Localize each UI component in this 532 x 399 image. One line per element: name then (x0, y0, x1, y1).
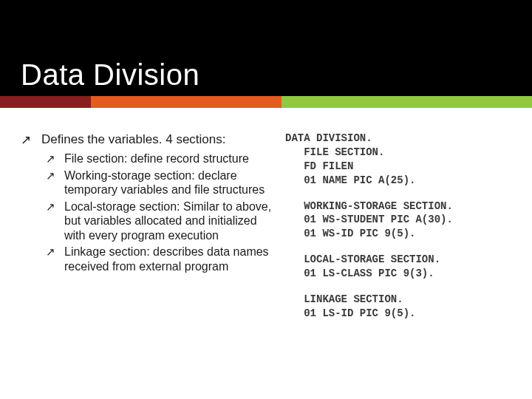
arrow-icon: ↗ (46, 152, 55, 167)
code-block-local-storage: LOCAL-STORAGE SECTION. 01 LS-CLASS PIC 9… (285, 253, 511, 281)
slide-title: Data Division (21, 58, 200, 92)
list-item: ↗ Local-storage section: Similar to abov… (46, 200, 272, 243)
arrow-icon: ↗ (46, 245, 55, 274)
accent-segment-red (0, 96, 91, 108)
list-item: ↗ File section: define record structure (46, 151, 272, 166)
accent-segment-orange (91, 96, 281, 108)
list-item-text: Linkage section: describes data names re… (64, 245, 272, 273)
list-item-text: Local-storage section: Similar to above,… (64, 200, 272, 243)
code-block-data-division: DATA DIVISION. FILE SECTION. FD FILEN 01… (285, 132, 511, 188)
slide-content: ↗ Defines the variables. 4 sections: ↗ F… (0, 132, 532, 332)
text-column: ↗ Defines the variables. 4 sections: ↗ F… (21, 132, 272, 332)
accent-segment-green (282, 96, 532, 108)
slide-header: Data Division (0, 0, 532, 108)
list-item: ↗ Working-storage section: declare tempo… (46, 168, 272, 197)
code-column: DATA DIVISION. FILE SECTION. FD FILEN 01… (272, 132, 511, 332)
accent-color-bar (0, 96, 532, 108)
arrow-icon: ↗ (46, 169, 55, 198)
list-item-text: File section: define record structure (64, 151, 249, 166)
arrow-icon: ↗ (21, 132, 31, 148)
code-block-linkage: LINKAGE SECTION. 01 LS-ID PIC 9(5). (285, 293, 511, 321)
list-item: ↗ Linkage section: describes data names … (46, 245, 272, 273)
intro-text: Defines the variables. 4 sections: (41, 132, 225, 147)
arrow-icon: ↗ (46, 200, 55, 244)
intro-bullet: ↗ Defines the variables. 4 sections: (21, 132, 272, 147)
spacer (0, 108, 532, 132)
sub-bullet-group: ↗ File section: define record structure … (21, 151, 272, 273)
code-block-working-storage: WORKING-STORAGE SECTION. 01 WS-STUDENT P… (285, 200, 511, 242)
list-item-text: Working-storage section: declare tempora… (64, 168, 272, 197)
title-band: Data Division (0, 0, 532, 96)
